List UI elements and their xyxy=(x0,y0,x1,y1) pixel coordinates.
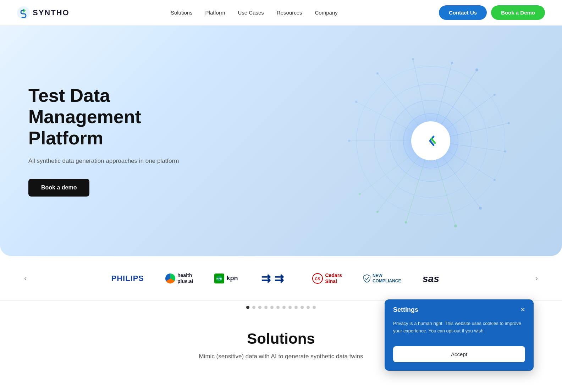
newcompliance-icon xyxy=(363,274,370,283)
settings-accept-button[interactable]: Accept xyxy=(393,346,525,362)
dot-11[interactable] xyxy=(307,306,310,309)
logo-healthplus: healthplus.ai xyxy=(165,272,193,285)
logos-next-button[interactable]: › xyxy=(533,271,541,286)
nav-platform[interactable]: Platform xyxy=(205,10,225,16)
healthplus-icon xyxy=(165,274,175,283)
svg-point-10 xyxy=(494,179,496,181)
center-logo-icon xyxy=(420,130,441,151)
svg-point-14 xyxy=(454,225,457,227)
nav-use-cases[interactable]: Use Cases xyxy=(238,10,264,16)
svg-point-22 xyxy=(451,62,453,64)
contact-us-button[interactable]: Contact Us xyxy=(439,5,487,20)
nav-solutions[interactable]: Solutions xyxy=(171,10,193,16)
nav-actions: Contact Us Book a Demo xyxy=(439,5,545,20)
logo-text: SYNTHO xyxy=(33,8,70,17)
svg-text:KPN: KPN xyxy=(216,277,222,280)
dot-5[interactable] xyxy=(270,306,274,309)
dot-2[interactable] xyxy=(252,306,255,309)
cedars-icon: CS xyxy=(312,273,323,284)
svg-point-2 xyxy=(475,68,478,71)
svg-point-30 xyxy=(348,140,350,142)
hero-cta-button[interactable]: Book a demo xyxy=(28,179,89,197)
dot-12[interactable] xyxy=(313,306,316,309)
logo-kpn: KPN kpn xyxy=(214,274,238,283)
hero-subtitle: All synthetic data generation approaches… xyxy=(28,158,184,165)
navbar: SYNTHO Solutions Platform Use Cases Reso… xyxy=(0,0,562,26)
dot-10[interactable] xyxy=(301,306,304,309)
svg-point-20 xyxy=(359,193,361,195)
orb xyxy=(342,52,519,230)
svg-text:sas: sas xyxy=(423,273,439,284)
nav-links: Solutions Platform Use Cases Resources C… xyxy=(171,10,338,16)
svg-point-12 xyxy=(479,207,482,210)
book-demo-button[interactable]: Book a Demo xyxy=(491,5,545,20)
orb-center-logo xyxy=(411,121,450,160)
dot-7[interactable] xyxy=(282,306,286,309)
dot-3[interactable] xyxy=(258,306,261,309)
kpn-icon: KPN xyxy=(214,274,224,283)
settings-title: Settings xyxy=(393,306,418,314)
settings-close-button[interactable]: × xyxy=(520,306,525,314)
logo-philips: PHILIPS xyxy=(111,274,144,283)
logo[interactable]: SYNTHO xyxy=(17,6,70,19)
svg-point-16 xyxy=(405,221,407,223)
hero-content: Test Data Management Platform All synthe… xyxy=(0,85,213,196)
settings-popup: Settings × Privacy is a human right. Thi… xyxy=(385,299,534,371)
svg-point-26 xyxy=(376,72,379,74)
hero-title: Test Data Management Platform xyxy=(28,85,184,149)
kpn-svg: KPN xyxy=(216,275,223,282)
svg-point-6 xyxy=(508,122,510,124)
logo-sas: sas xyxy=(423,273,451,284)
svg-point-4 xyxy=(494,94,496,96)
settings-header: Settings × xyxy=(385,299,534,320)
logos-strip: ‹ PHILIPS healthplus.ai KPN kpn xyxy=(0,256,562,301)
dot-8[interactable] xyxy=(288,306,292,309)
svg-point-8 xyxy=(504,150,506,153)
svg-text:⇉: ⇉ xyxy=(261,272,271,285)
logo-icon xyxy=(17,6,30,19)
hero-visual xyxy=(328,38,534,244)
logos-prev-button[interactable]: ‹ xyxy=(21,271,29,286)
settings-body: Privacy is a human right. This website u… xyxy=(385,320,534,342)
nav-company[interactable]: Company xyxy=(315,10,338,16)
dot-6[interactable] xyxy=(276,306,280,309)
svg-text:CS: CS xyxy=(315,277,320,281)
logos-inner: PHILIPS healthplus.ai KPN kpn xyxy=(29,270,532,286)
sas-icon: sas xyxy=(423,273,451,284)
svg-text:⇉: ⇉ xyxy=(274,272,284,285)
nav-resources[interactable]: Resources xyxy=(277,10,302,16)
logo-ns: ⇉ ⇉ xyxy=(259,270,291,286)
logo-cedars-sinai: CS CedarsSinai xyxy=(312,272,342,285)
dot-1[interactable] xyxy=(246,306,249,309)
hero-section: Test Data Management Platform All synthe… xyxy=(0,26,562,256)
logo-new-compliance: NEWCOMPLIANCE xyxy=(363,273,401,283)
dot-9[interactable] xyxy=(294,306,298,309)
dot-4[interactable] xyxy=(264,306,268,309)
svg-point-24 xyxy=(412,58,414,60)
svg-point-28 xyxy=(355,101,357,103)
ns-icon: ⇉ ⇉ xyxy=(259,270,291,286)
svg-point-18 xyxy=(376,211,379,213)
settings-text: Privacy is a human right. This website u… xyxy=(393,320,525,335)
